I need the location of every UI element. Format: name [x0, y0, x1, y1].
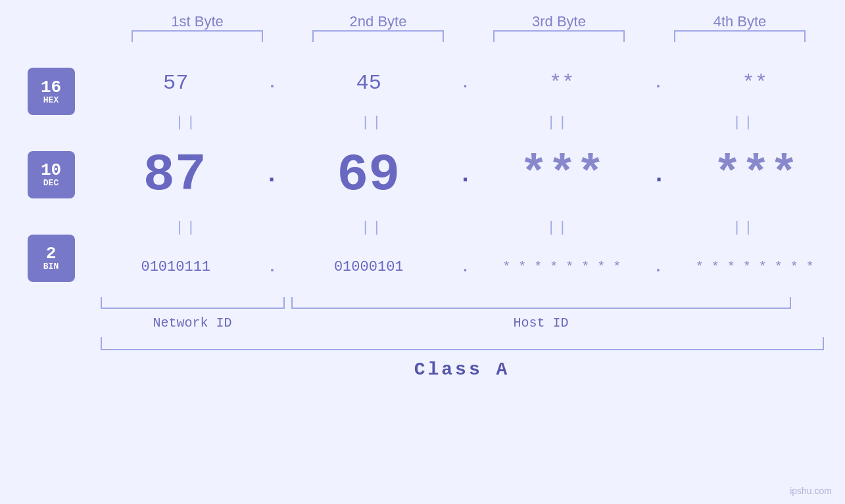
- sep-8: ||: [671, 219, 816, 236]
- main-container: 1st Byte 2nd Byte 3rd Byte 4th Byte 16 H…: [0, 0, 845, 504]
- byte-label-2: 2nd Byte: [306, 13, 450, 30]
- hex-cell-2: 45: [297, 71, 441, 95]
- badges-column: 16 HEX 10 DEC 2 BIN: [9, 57, 94, 293]
- dot-bin-3: .: [654, 258, 663, 276]
- byte-label-3: 3rd Byte: [487, 13, 631, 30]
- bin-badge: 2 BIN: [28, 235, 75, 282]
- bottom-section: Network ID Host ID Class A: [9, 293, 837, 380]
- dot-hex-2: .: [460, 74, 470, 92]
- main-content: 16 HEX 10 DEC 2 BIN 57 . 45: [9, 57, 837, 293]
- sep-5: ||: [114, 219, 259, 236]
- dot-dec-1: .: [264, 162, 279, 189]
- header-row: 1st Byte 2nd Byte 3rd Byte 4th Byte: [107, 13, 831, 30]
- bin-cell-1: 01010111: [103, 259, 248, 275]
- sep-hex-dec: || || || ||: [94, 109, 837, 135]
- hex-badge: 16 HEX: [28, 68, 75, 115]
- hex-cell-3: **: [489, 71, 634, 95]
- bracket-4: [674, 30, 806, 42]
- bracket-2: [312, 30, 444, 42]
- footer-text: ipshu.com: [790, 486, 832, 496]
- dec-cell-3: ***: [490, 148, 635, 202]
- sep-1: ||: [114, 114, 259, 131]
- dec-cell-1: 87: [103, 145, 247, 205]
- dec-cell-4: ***: [683, 148, 828, 202]
- hex-cell-1: 57: [103, 71, 248, 95]
- byte-label-1: 1st Byte: [125, 13, 270, 30]
- dot-dec-2: .: [458, 162, 473, 189]
- id-labels-row: Network ID Host ID: [101, 315, 824, 331]
- sep-7: ||: [486, 219, 631, 236]
- sep-3: ||: [486, 114, 631, 131]
- dot-hex-3: .: [654, 74, 663, 92]
- bracket-3: [493, 30, 625, 42]
- hex-cell-4: **: [683, 71, 827, 95]
- dot-bin-1: .: [268, 258, 277, 276]
- bin-row: 01010111 . 01000101 . * * * * * * * * . …: [94, 241, 837, 293]
- host-bracket: [291, 297, 791, 309]
- dot-dec-3: .: [652, 162, 666, 189]
- top-brackets: [107, 30, 831, 43]
- host-id-label: Host ID: [291, 315, 791, 331]
- dot-bin-2: .: [460, 258, 470, 276]
- bottom-brackets: [101, 297, 824, 310]
- byte-label-4: 4th Byte: [667, 13, 812, 30]
- dot-hex-1: .: [268, 74, 277, 92]
- dec-row: 87 . 69 . *** . ***: [94, 135, 837, 214]
- class-label: Class A: [101, 359, 824, 380]
- class-bracket: [101, 337, 824, 350]
- bin-cell-4: * * * * * * * *: [683, 260, 827, 275]
- sep-2: ||: [300, 114, 445, 131]
- sep-dec-bin: || || || ||: [94, 214, 837, 241]
- sep-4: ||: [671, 114, 816, 131]
- hex-row: 57 . 45 . ** . **: [94, 57, 837, 109]
- sep-6: ||: [300, 219, 445, 236]
- dec-badge: 10 DEC: [28, 151, 75, 198]
- bin-cell-2: 01000101: [297, 259, 441, 275]
- bracket-1: [132, 30, 263, 42]
- bin-cell-3: * * * * * * * *: [489, 260, 634, 275]
- network-bracket: [101, 297, 285, 309]
- network-id-label: Network ID: [101, 315, 285, 331]
- values-column: 57 . 45 . ** . ** || || || ||: [94, 57, 837, 293]
- dec-cell-2: 69: [296, 145, 441, 205]
